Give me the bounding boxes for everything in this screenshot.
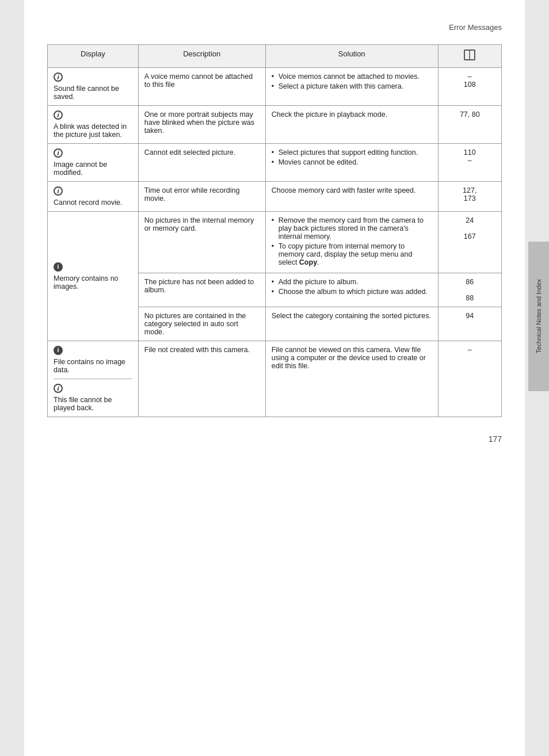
page-number: 177 — [47, 434, 502, 444]
solution-list-5a: Remove the memory card from the camera t… — [272, 216, 432, 266]
solution-text-4: Choose memory card with faster write spe… — [272, 186, 416, 194]
desc-text-5c: No pictures are contained in the categor… — [144, 312, 246, 336]
ref-num: 86 — [466, 278, 474, 286]
solution-text-5c: Select the category containing the sorte… — [272, 312, 431, 320]
list-item: Remove the memory card from the camera t… — [272, 216, 432, 240]
info-icon: i — [54, 72, 63, 82]
desc-cell-3: Cannot edit selected picture. — [138, 144, 265, 182]
side-tab-label: Technical Notes and Index — [535, 279, 542, 353]
desc-cell-1: A voice memo cannot be attached to this … — [138, 68, 265, 106]
desc-cell-5a: No pictures in the internal memory or me… — [138, 212, 265, 273]
ref-num: 88 — [466, 294, 474, 302]
solution-cell-3: Select pictures that support editing fun… — [265, 144, 438, 182]
ref-cell-1: – 108 — [438, 68, 501, 106]
col-header-display: Display — [48, 45, 139, 68]
desc-cell-5b: The picture has not been added to album. — [138, 273, 265, 307]
desc-cell-6: File not created with this camera. — [138, 341, 265, 417]
desc-text-3: Cannot edit selected picture. — [144, 148, 235, 156]
table-row: i File contains no image data. i This fi… — [48, 341, 502, 417]
page: Technical Notes and Index Error Messages… — [24, 0, 525, 756]
info-icon: i — [54, 384, 63, 393]
solution-cell-1: Voice memos cannot be attached to movies… — [265, 68, 438, 106]
col-header-solution: Solution — [265, 45, 438, 68]
solution-cell-4: Choose memory card with faster write spe… — [265, 182, 438, 212]
desc-text-1: A voice memo cannot be attached to this … — [144, 72, 253, 89]
col-header-ref — [438, 45, 501, 68]
list-item: Add the picture to album. — [272, 278, 432, 286]
desc-cell-5c: No pictures are contained in the categor… — [138, 307, 265, 341]
solution-list-5b: Add the picture to album. Choose the alb… — [272, 278, 432, 296]
display-cell-3: i Image cannot be modified. — [48, 144, 139, 182]
desc-text-4: Time out error while recording movie. — [144, 186, 240, 203]
solution-text-6: File cannot be viewed on this camera. Vi… — [272, 346, 426, 370]
display-text-2: A blink was detected in the picture just… — [54, 123, 127, 139]
list-item: Select pictures that support editing fun… — [272, 148, 432, 156]
table-row: i Memory contains no images. No pictures… — [48, 212, 502, 273]
display-text-6b: This file cannot be played back. — [54, 396, 112, 412]
solution-list-1: Voice memos cannot be attached to movies… — [272, 72, 432, 90]
table-row: i Sound file cannot be saved. A voice me… — [48, 68, 502, 106]
ref-cell-5a: 24 167 — [438, 212, 501, 273]
ref-cell-2: 77, 80 — [438, 106, 501, 144]
display-cell-5: i Memory contains no images. — [48, 212, 139, 341]
display-cell-2: i A blink was detected in the picture ju… — [48, 106, 139, 144]
list-item: Movies cannot be edited. — [272, 158, 432, 166]
ref-cell-4: 127,173 — [438, 182, 501, 212]
info-icon: i — [54, 110, 63, 120]
list-item: Voice memos cannot be attached to movies… — [272, 72, 432, 81]
display-text-4: Cannot record movie. — [54, 198, 123, 207]
info-filled-icon: i — [54, 346, 63, 355]
solution-text-2: Check the picture in playback mode. — [272, 110, 388, 119]
ref-num: 167 — [464, 232, 476, 240]
table-row: i Cannot record movie. Time out error wh… — [48, 182, 502, 212]
display-text-5: Memory contains no images. — [54, 274, 119, 291]
col-header-description: Description — [138, 45, 265, 68]
ref-cell-3: 110 – — [438, 144, 501, 182]
solution-cell-5b: Add the picture to album. Choose the alb… — [265, 273, 438, 307]
display-cell-6: i File contains no image data. i This fi… — [48, 341, 139, 417]
table-row: i A blink was detected in the picture ju… — [48, 106, 502, 144]
book-icon — [463, 49, 476, 61]
display-text-1: Sound file cannot be saved. — [54, 85, 119, 101]
info-icon: i — [54, 148, 63, 158]
display-text-3: Image cannot be modified. — [54, 161, 107, 177]
solution-cell-5c: Select the category containing the sorte… — [265, 307, 438, 341]
info-filled-icon: i — [54, 262, 63, 272]
desc-text-6: File not created with this camera. — [144, 346, 250, 354]
table-row: i Image cannot be modified. Cannot edit … — [48, 144, 502, 182]
solution-cell-2: Check the picture in playback mode. — [265, 106, 438, 144]
display-cell-1: i Sound file cannot be saved. — [48, 68, 139, 106]
ref-num: 24 — [466, 216, 474, 224]
info-icon: i — [54, 186, 63, 196]
ref-num: 108 — [464, 81, 476, 89]
list-item: To copy picture from internal memory to … — [272, 242, 432, 266]
list-item: Choose the album to which picture was ad… — [272, 288, 432, 296]
desc-text-5b: The picture has not been added to album. — [144, 278, 254, 294]
ref-cell-5b: 86 88 — [438, 273, 501, 307]
solution-cell-6: File cannot be viewed on this camera. Vi… — [265, 341, 438, 417]
ref-num: 77, 80 — [460, 110, 480, 119]
desc-cell-4: Time out error while recording movie. — [138, 182, 265, 212]
ref-dash: – — [468, 72, 472, 81]
ref-dash: – — [468, 156, 472, 165]
desc-text-5a: No pictures in the internal memory or me… — [144, 216, 254, 232]
desc-text-2: One or more portrait subjects may have b… — [144, 110, 254, 135]
ref-num: 94 — [466, 312, 474, 320]
list-item: Select a picture taken with this camera. — [272, 82, 432, 90]
ref-dash: – — [468, 346, 472, 354]
ref-cell-6: – — [438, 341, 501, 417]
error-messages-table: Display Description Solution i Sound fil… — [47, 44, 502, 417]
ref-cell-5c: 94 — [438, 307, 501, 341]
header-title: Error Messages — [449, 23, 502, 32]
page-header: Error Messages — [47, 23, 502, 34]
desc-cell-2: One or more portrait subjects may have b… — [138, 106, 265, 144]
solution-list-3: Select pictures that support editing fun… — [272, 148, 432, 166]
display-text-6a: File contains no image data. — [54, 358, 125, 374]
ref-num: 110 — [464, 148, 476, 156]
solution-cell-5a: Remove the memory card from the camera t… — [265, 212, 438, 273]
display-cell-4: i Cannot record movie. — [48, 182, 139, 212]
side-tab: Technical Notes and Index — [528, 242, 549, 391]
ref-num: 127,173 — [463, 186, 476, 203]
